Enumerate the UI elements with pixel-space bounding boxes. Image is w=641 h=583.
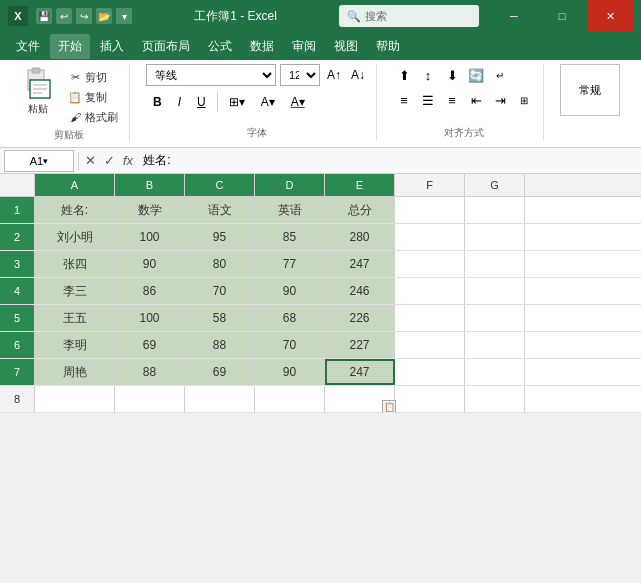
col-header-G[interactable]: G xyxy=(465,174,525,196)
cell-1-G[interactable] xyxy=(465,197,525,223)
cell-2-A[interactable]: 刘小明 xyxy=(35,224,115,250)
cell-7-B[interactable]: 88 xyxy=(115,359,185,385)
cell-6-G[interactable] xyxy=(465,332,525,358)
menu-help[interactable]: 帮助 xyxy=(368,34,408,59)
fill-color-button[interactable]: A▾ xyxy=(254,91,282,113)
col-header-C[interactable]: C xyxy=(185,174,255,196)
cell-8-F[interactable] xyxy=(395,386,465,412)
customize-btn[interactable]: ▾ xyxy=(116,8,132,24)
menu-page-layout[interactable]: 页面布局 xyxy=(134,34,198,59)
cell-2-D[interactable]: 85 xyxy=(255,224,325,250)
cell-2-F[interactable] xyxy=(395,224,465,250)
merge-center-btn[interactable]: ⊞ xyxy=(513,89,535,111)
cell-7-G[interactable] xyxy=(465,359,525,385)
cell-6-D[interactable]: 70 xyxy=(255,332,325,358)
undo-btn[interactable]: ↩ xyxy=(56,8,72,24)
paste-button[interactable]: 粘贴 xyxy=(16,64,60,118)
close-btn[interactable]: ✕ xyxy=(587,0,633,32)
cell-6-C[interactable]: 88 xyxy=(185,332,255,358)
cell-3-G[interactable] xyxy=(465,251,525,277)
cell-8-E[interactable]: 📋 xyxy=(325,386,395,412)
cell-reference-box[interactable]: A1 ▾ xyxy=(4,150,74,172)
menu-file[interactable]: 文件 xyxy=(8,34,48,59)
cell-2-C[interactable]: 95 xyxy=(185,224,255,250)
cell-5-C[interactable]: 58 xyxy=(185,305,255,331)
menu-insert[interactable]: 插入 xyxy=(92,34,132,59)
cell-5-F[interactable] xyxy=(395,305,465,331)
cell-3-C[interactable]: 80 xyxy=(185,251,255,277)
cell-8-G[interactable] xyxy=(465,386,525,412)
cell-5-E[interactable]: 226 xyxy=(325,305,395,331)
cell-4-A[interactable]: 李三 xyxy=(35,278,115,304)
cell-5-B[interactable]: 100 xyxy=(115,305,185,331)
decrease-indent-btn[interactable]: ⇤ xyxy=(465,89,487,111)
align-right-btn[interactable]: ≡ xyxy=(441,89,463,111)
text-angle-btn[interactable]: 🔄 xyxy=(465,64,487,86)
cell-1-E[interactable]: 总分 xyxy=(325,197,395,223)
open-btn[interactable]: 📂 xyxy=(96,8,112,24)
cell-4-D[interactable]: 90 xyxy=(255,278,325,304)
col-header-D[interactable]: D xyxy=(255,174,325,196)
align-center-btn[interactable]: ☰ xyxy=(417,89,439,111)
underline-button[interactable]: U xyxy=(190,91,213,113)
align-middle-btn[interactable]: ↕ xyxy=(417,64,439,86)
style-selector[interactable]: 常规 xyxy=(560,64,620,116)
cell-2-B[interactable]: 100 xyxy=(115,224,185,250)
cell-4-G[interactable] xyxy=(465,278,525,304)
cell-ref-dropdown[interactable]: ▾ xyxy=(43,156,48,166)
font-color-button[interactable]: A▾ xyxy=(284,91,312,113)
redo-btn[interactable]: ↪ xyxy=(76,8,92,24)
cell-6-E[interactable]: 227 xyxy=(325,332,395,358)
minimize-btn[interactable]: ─ xyxy=(491,0,537,32)
menu-review[interactable]: 审阅 xyxy=(284,34,324,59)
col-header-B[interactable]: B xyxy=(115,174,185,196)
italic-button[interactable]: I xyxy=(171,91,188,113)
formula-confirm-icon[interactable]: ✓ xyxy=(102,153,117,168)
col-header-E[interactable]: E xyxy=(325,174,395,196)
search-box[interactable]: 🔍 搜索 xyxy=(339,5,479,27)
cell-1-B[interactable]: 数学 xyxy=(115,197,185,223)
cell-1-A[interactable]: 姓名: xyxy=(35,197,115,223)
wrap-text-btn[interactable]: ↵ xyxy=(489,64,511,86)
cell-2-G[interactable] xyxy=(465,224,525,250)
cell-8-A[interactable] xyxy=(35,386,115,412)
cell-2-E[interactable]: 280 xyxy=(325,224,395,250)
cell-8-D[interactable] xyxy=(255,386,325,412)
cell-7-E[interactable]: 247 xyxy=(325,359,395,385)
cell-4-F[interactable] xyxy=(395,278,465,304)
cell-5-G[interactable] xyxy=(465,305,525,331)
cell-1-F[interactable] xyxy=(395,197,465,223)
cell-6-A[interactable]: 李明 xyxy=(35,332,115,358)
menu-data[interactable]: 数据 xyxy=(242,34,282,59)
copy-button[interactable]: 📋 复制 xyxy=(64,88,121,106)
cell-4-E[interactable]: 246 xyxy=(325,278,395,304)
bold-button[interactable]: B xyxy=(146,91,169,113)
formula-cancel-icon[interactable]: ✕ xyxy=(83,153,98,168)
menu-formula[interactable]: 公式 xyxy=(200,34,240,59)
cell-7-C[interactable]: 69 xyxy=(185,359,255,385)
cell-3-B[interactable]: 90 xyxy=(115,251,185,277)
formula-function-icon[interactable]: fx xyxy=(121,153,135,168)
cell-7-D[interactable]: 90 xyxy=(255,359,325,385)
save-quick-btn[interactable]: 💾 xyxy=(36,8,52,24)
cell-3-A[interactable]: 张四 xyxy=(35,251,115,277)
cell-7-F[interactable] xyxy=(395,359,465,385)
paste-indicator[interactable]: 📋 xyxy=(382,400,396,413)
cell-8-B[interactable] xyxy=(115,386,185,412)
increase-font-btn[interactable]: A↑ xyxy=(324,65,344,85)
cell-5-A[interactable]: 王五 xyxy=(35,305,115,331)
increase-indent-btn[interactable]: ⇥ xyxy=(489,89,511,111)
font-name-selector[interactable]: 等线 xyxy=(146,64,276,86)
align-top-btn[interactable]: ⬆ xyxy=(393,64,415,86)
cell-5-D[interactable]: 68 xyxy=(255,305,325,331)
maximize-btn[interactable]: □ xyxy=(539,0,585,32)
cell-7-A[interactable]: 周艳 xyxy=(35,359,115,385)
format-painter-button[interactable]: 🖌 格式刷 xyxy=(64,108,121,126)
decrease-font-btn[interactable]: A↓ xyxy=(348,65,368,85)
align-bottom-btn[interactable]: ⬇ xyxy=(441,64,463,86)
align-left-btn[interactable]: ≡ xyxy=(393,89,415,111)
cell-3-F[interactable] xyxy=(395,251,465,277)
menu-view[interactable]: 视图 xyxy=(326,34,366,59)
col-header-F[interactable]: F xyxy=(395,174,465,196)
cell-3-D[interactable]: 77 xyxy=(255,251,325,277)
